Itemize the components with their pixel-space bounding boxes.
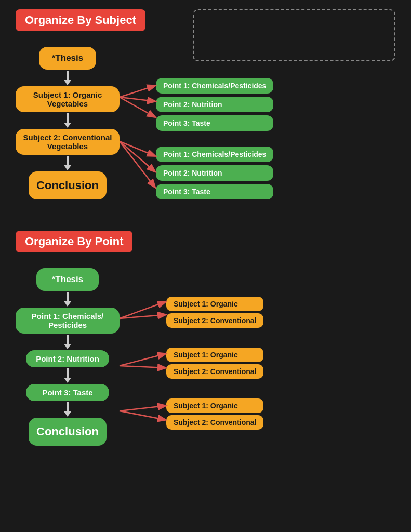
s2-arrow-point1-point2 <box>64 335 71 349</box>
svg-line-1 <box>120 86 155 97</box>
section2-diagram: *Thesis Point 1: Chemicals/ Pesticides P… <box>16 268 395 446</box>
s2-right-pair2: Subject 1: Organic Subject 2: Convention… <box>166 348 263 379</box>
svg-line-6 <box>120 141 155 187</box>
section2-right-pairs: Subject 1: Organic Subject 2: Convention… <box>166 297 263 430</box>
s1-point1-3: Point 3: Taste <box>156 115 273 131</box>
s2-right-pair1: Subject 1: Organic Subject 2: Convention… <box>166 297 263 328</box>
s2-p2-organic: Subject 1: Organic <box>166 348 263 362</box>
s1-point2-3: Point 3: Taste <box>156 184 273 200</box>
svg-line-8 <box>120 302 165 318</box>
s2-p3-organic: Subject 1: Organic <box>166 398 263 413</box>
s2-arrow-point2-point3 <box>64 368 71 383</box>
s2-p3-conventional: Subject 2: Conventional <box>166 415 263 430</box>
s2-p1-conventional: Subject 2: Conventional <box>166 313 263 328</box>
svg-line-10 <box>120 354 165 366</box>
section1-left-column: *Thesis Subject 1: Organic Vegetables Su… <box>16 47 120 200</box>
s1-point1-2: Point 2: Nutrition <box>156 97 273 112</box>
svg-line-3 <box>120 97 155 117</box>
svg-line-13 <box>120 411 165 420</box>
svg-line-12 <box>120 406 165 411</box>
s2-point3-node: Point 3: Taste <box>26 384 109 401</box>
section1-title: Organize By Subject <box>16 9 145 31</box>
svg-line-9 <box>120 315 165 318</box>
organize-by-subject-section: Organize By Subject *Thesis Subject 1: O… <box>0 0 411 215</box>
conclusion-node: Conclusion <box>29 171 107 200</box>
svg-line-5 <box>120 141 155 171</box>
s2-point1-node: Point 1: Chemicals/ Pesticides <box>16 308 120 334</box>
s2-point2-node: Point 2: Nutrition <box>26 350 109 367</box>
subject2-node: Subject 2: Conventional Vegetables <box>16 129 120 155</box>
section2-left-column: *Thesis Point 1: Chemicals/ Pesticides P… <box>16 268 120 446</box>
thesis-node: *Thesis <box>39 47 96 70</box>
arrow-thesis-to-subject1 <box>64 71 71 85</box>
s2-conclusion-node: Conclusion <box>29 418 107 446</box>
s1-point1-1: Point 1: Chemicals/Pesticides <box>156 78 273 94</box>
section1-right-group1: Point 1: Chemicals/Pesticides Point 2: N… <box>156 78 273 131</box>
subject1-node: Subject 1: Organic Vegetables <box>16 86 120 112</box>
section1-right-group2: Point 1: Chemicals/Pesticides Point 2: N… <box>156 147 273 200</box>
s2-arrow-point3-conclusion <box>64 402 71 417</box>
arrow-subject1-to-subject2 <box>64 113 71 128</box>
arrow-subject2-to-conclusion <box>64 156 71 170</box>
s1-point2-2: Point 2: Nutrition <box>156 165 273 181</box>
section1-right-points: Point 1: Chemicals/Pesticides Point 2: N… <box>156 78 273 210</box>
s2-p1-organic: Subject 1: Organic <box>166 297 263 311</box>
s2-p2-conventional: Subject 2: Conventional <box>166 364 263 379</box>
svg-line-2 <box>120 97 155 101</box>
s2-right-pair3: Subject 1: Organic Subject 2: Convention… <box>166 398 263 430</box>
s2-arrow-thesis-point1 <box>64 292 71 307</box>
section1-diagram: *Thesis Subject 1: Organic Vegetables Su… <box>16 47 395 200</box>
organize-by-point-section: Organize By Point *Thesis Point 1: Chemi… <box>0 225 411 456</box>
section2-title: Organize By Point <box>16 231 132 252</box>
svg-line-4 <box>120 141 155 156</box>
svg-line-11 <box>120 366 165 368</box>
s2-thesis-node: *Thesis <box>36 268 99 291</box>
s1-point2-1: Point 1: Chemicals/Pesticides <box>156 147 273 162</box>
